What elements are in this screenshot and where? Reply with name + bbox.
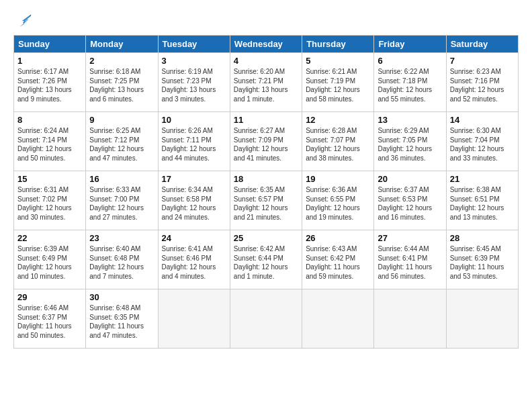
- calendar-header-row: SundayMondayTuesdayWednesdayThursdayFrid…: [14, 36, 519, 53]
- calendar-cell: 26Sunrise: 6:43 AM Sunset: 6:42 PM Dayli…: [302, 230, 374, 289]
- calendar-week-4: 29Sunrise: 6:46 AM Sunset: 6:37 PM Dayli…: [14, 289, 519, 349]
- calendar-cell: 28Sunrise: 6:45 AM Sunset: 6:39 PM Dayli…: [446, 230, 518, 289]
- day-info: Sunrise: 6:40 AM Sunset: 6:48 PM Dayligh…: [89, 244, 154, 281]
- day-info: Sunrise: 6:22 AM Sunset: 7:18 PM Dayligh…: [378, 67, 442, 103]
- calendar-cell: 9Sunrise: 6:25 AM Sunset: 7:12 PM Daylig…: [86, 112, 158, 171]
- day-info: Sunrise: 6:45 AM Sunset: 6:39 PM Dayligh…: [450, 244, 515, 281]
- calendar-header-tuesday: Tuesday: [158, 36, 230, 53]
- day-info: Sunrise: 6:28 AM Sunset: 7:07 PM Dayligh…: [306, 126, 370, 163]
- calendar-cell: 19Sunrise: 6:36 AM Sunset: 6:55 PM Dayli…: [302, 171, 374, 230]
- calendar-cell: 4Sunrise: 6:20 AM Sunset: 7:21 PM Daylig…: [230, 53, 302, 112]
- day-number: 3: [162, 56, 226, 66]
- day-number: 20: [378, 174, 442, 184]
- day-number: 5: [306, 56, 370, 66]
- day-number: 23: [89, 233, 154, 243]
- calendar-cell: 10Sunrise: 6:26 AM Sunset: 7:11 PM Dayli…: [158, 112, 230, 171]
- day-info: Sunrise: 6:38 AM Sunset: 6:51 PM Dayligh…: [450, 185, 515, 222]
- calendar-cell: 20Sunrise: 6:37 AM Sunset: 6:53 PM Dayli…: [374, 171, 446, 230]
- calendar-cell: 12Sunrise: 6:28 AM Sunset: 7:07 PM Dayli…: [302, 112, 374, 171]
- calendar-cell: 1Sunrise: 6:17 AM Sunset: 7:26 PM Daylig…: [14, 53, 86, 112]
- day-info: Sunrise: 6:27 AM Sunset: 7:09 PM Dayligh…: [234, 126, 298, 163]
- calendar-cell: 13Sunrise: 6:29 AM Sunset: 7:05 PM Dayli…: [374, 112, 446, 171]
- day-number: 7: [450, 56, 515, 66]
- day-number: 22: [17, 233, 82, 243]
- day-info: Sunrise: 6:41 AM Sunset: 6:46 PM Dayligh…: [162, 244, 226, 281]
- header: [13, 11, 519, 30]
- day-info: Sunrise: 6:19 AM Sunset: 7:23 PM Dayligh…: [162, 67, 226, 103]
- day-number: 18: [234, 174, 298, 184]
- calendar-week-2: 15Sunrise: 6:31 AM Sunset: 7:02 PM Dayli…: [14, 171, 519, 230]
- calendar-cell: 5Sunrise: 6:21 AM Sunset: 7:19 PM Daylig…: [302, 53, 374, 112]
- calendar-header-thursday: Thursday: [302, 36, 374, 53]
- day-number: 14: [450, 115, 515, 125]
- day-number: 8: [17, 115, 82, 125]
- day-info: Sunrise: 6:37 AM Sunset: 6:53 PM Dayligh…: [378, 185, 442, 222]
- calendar-cell: 16Sunrise: 6:33 AM Sunset: 7:00 PM Dayli…: [86, 171, 158, 230]
- day-number: 29: [17, 292, 82, 302]
- calendar-cell: 24Sunrise: 6:41 AM Sunset: 6:46 PM Dayli…: [158, 230, 230, 289]
- calendar-cell: 25Sunrise: 6:42 AM Sunset: 6:44 PM Dayli…: [230, 230, 302, 289]
- day-number: 25: [234, 233, 298, 243]
- day-info: Sunrise: 6:23 AM Sunset: 7:16 PM Dayligh…: [450, 67, 515, 103]
- day-number: 12: [306, 115, 370, 125]
- calendar-cell: 6Sunrise: 6:22 AM Sunset: 7:18 PM Daylig…: [374, 53, 446, 112]
- svg-marker-1: [22, 15, 31, 24]
- day-number: 26: [306, 233, 370, 243]
- day-number: 4: [234, 56, 298, 66]
- day-number: 28: [450, 233, 515, 243]
- day-info: Sunrise: 6:26 AM Sunset: 7:11 PM Dayligh…: [162, 126, 226, 163]
- day-info: Sunrise: 6:36 AM Sunset: 6:55 PM Dayligh…: [306, 185, 370, 222]
- page: SundayMondayTuesdayWednesdayThursdayFrid…: [0, 0, 532, 411]
- calendar-cell: [446, 289, 518, 349]
- calendar-cell: [302, 289, 374, 349]
- logo-icon: [13, 11, 32, 30]
- day-info: Sunrise: 6:17 AM Sunset: 7:26 PM Dayligh…: [17, 67, 82, 103]
- calendar-cell: 30Sunrise: 6:48 AM Sunset: 6:35 PM Dayli…: [86, 289, 158, 349]
- day-info: Sunrise: 6:42 AM Sunset: 6:44 PM Dayligh…: [234, 244, 298, 281]
- calendar-cell: 29Sunrise: 6:46 AM Sunset: 6:37 PM Dayli…: [14, 289, 86, 349]
- day-number: 24: [162, 233, 226, 243]
- day-number: 13: [378, 115, 442, 125]
- calendar-cell: 7Sunrise: 6:23 AM Sunset: 7:16 PM Daylig…: [446, 53, 518, 112]
- day-info: Sunrise: 6:39 AM Sunset: 6:49 PM Dayligh…: [17, 244, 82, 281]
- day-info: Sunrise: 6:25 AM Sunset: 7:12 PM Dayligh…: [89, 126, 154, 163]
- calendar-cell: 2Sunrise: 6:18 AM Sunset: 7:25 PM Daylig…: [86, 53, 158, 112]
- calendar-week-0: 1Sunrise: 6:17 AM Sunset: 7:26 PM Daylig…: [14, 53, 519, 112]
- calendar-cell: 27Sunrise: 6:44 AM Sunset: 6:41 PM Dayli…: [374, 230, 446, 289]
- calendar-cell: [158, 289, 230, 349]
- day-number: 1: [17, 56, 82, 66]
- day-number: 9: [89, 115, 154, 125]
- calendar-cell: [374, 289, 446, 349]
- calendar-header-sunday: Sunday: [14, 36, 86, 53]
- day-number: 21: [450, 174, 515, 184]
- day-number: 6: [378, 56, 442, 66]
- day-number: 19: [306, 174, 370, 184]
- day-number: 10: [162, 115, 226, 125]
- day-info: Sunrise: 6:35 AM Sunset: 6:57 PM Dayligh…: [234, 185, 298, 222]
- calendar-cell: 8Sunrise: 6:24 AM Sunset: 7:14 PM Daylig…: [14, 112, 86, 171]
- calendar-cell: 11Sunrise: 6:27 AM Sunset: 7:09 PM Dayli…: [230, 112, 302, 171]
- day-info: Sunrise: 6:33 AM Sunset: 7:00 PM Dayligh…: [89, 185, 154, 222]
- day-info: Sunrise: 6:46 AM Sunset: 6:37 PM Dayligh…: [17, 304, 82, 340]
- calendar-header-monday: Monday: [86, 36, 158, 53]
- day-info: Sunrise: 6:31 AM Sunset: 7:02 PM Dayligh…: [17, 185, 82, 222]
- day-info: Sunrise: 6:30 AM Sunset: 7:04 PM Dayligh…: [450, 126, 515, 163]
- calendar-week-1: 8Sunrise: 6:24 AM Sunset: 7:14 PM Daylig…: [14, 112, 519, 171]
- day-info: Sunrise: 6:24 AM Sunset: 7:14 PM Dayligh…: [17, 126, 82, 163]
- day-info: Sunrise: 6:18 AM Sunset: 7:25 PM Dayligh…: [89, 67, 154, 103]
- calendar-cell: 22Sunrise: 6:39 AM Sunset: 6:49 PM Dayli…: [14, 230, 86, 289]
- day-number: 11: [234, 115, 298, 125]
- day-number: 17: [162, 174, 226, 184]
- calendar-cell: 23Sunrise: 6:40 AM Sunset: 6:48 PM Dayli…: [86, 230, 158, 289]
- day-number: 30: [89, 292, 154, 302]
- calendar: SundayMondayTuesdayWednesdayThursdayFrid…: [13, 35, 519, 349]
- calendar-cell: 21Sunrise: 6:38 AM Sunset: 6:51 PM Dayli…: [446, 171, 518, 230]
- calendar-header-friday: Friday: [374, 36, 446, 53]
- calendar-cell: 3Sunrise: 6:19 AM Sunset: 7:23 PM Daylig…: [158, 53, 230, 112]
- day-info: Sunrise: 6:34 AM Sunset: 6:58 PM Dayligh…: [162, 185, 226, 222]
- calendar-cell: [230, 289, 302, 349]
- calendar-cell: 15Sunrise: 6:31 AM Sunset: 7:02 PM Dayli…: [14, 171, 86, 230]
- calendar-header-wednesday: Wednesday: [230, 36, 302, 53]
- calendar-header-saturday: Saturday: [446, 36, 518, 53]
- calendar-cell: 14Sunrise: 6:30 AM Sunset: 7:04 PM Dayli…: [446, 112, 518, 171]
